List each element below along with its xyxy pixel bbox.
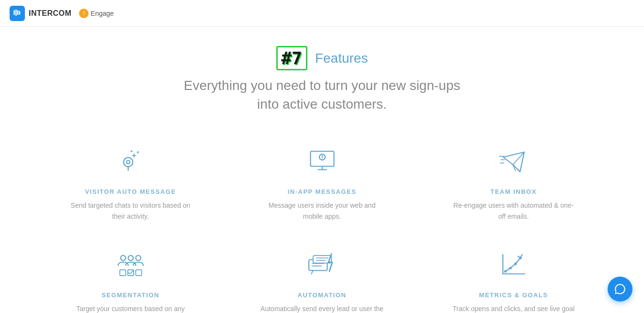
feature-title-inapp: IN-APP MESSAGES [288, 188, 357, 195]
automation-icon [303, 246, 341, 284]
engage-dot-icon: ! [79, 9, 89, 18]
engage-badge: ! Engage [79, 9, 113, 18]
feature-card-automation: AUTOMATION Automatically send every lead… [236, 246, 408, 313]
hero-subtitle-line1: Everything you need to turn your new sig… [184, 78, 460, 93]
svg-point-39 [504, 270, 506, 273]
team-inbox-icon [495, 142, 533, 180]
chat-button[interactable] [608, 277, 633, 302]
feature-desc-visitor: Send targeted chats to visitors based on… [68, 200, 193, 222]
svg-point-16 [322, 158, 323, 159]
svg-point-25 [121, 256, 126, 261]
feature-card-team-inbox: TEAM INBOX Re-engage users with automate… [428, 142, 600, 222]
feature-card-in-app-messages: IN-APP MESSAGES Message users inside you… [236, 142, 408, 222]
feature-desc-automation: Automatically send every lead or user th… [260, 303, 384, 313]
segmentation-icon [112, 246, 150, 284]
hero-badge: #7 [276, 46, 307, 70]
nav-logo[interactable]: INTERCOM ! Engage [10, 6, 114, 21]
feature-title-visitor: VISITOR AUTO MESSAGE [85, 188, 176, 195]
visitor-auto-message-icon [112, 142, 150, 180]
feature-title-team-inbox: TEAM INBOX [490, 188, 537, 195]
in-app-messages-icon [303, 142, 341, 180]
feature-desc-metrics: Track opens and clicks, and see live goa… [452, 303, 576, 313]
svg-rect-3 [19, 11, 21, 15]
svg-rect-2 [17, 10, 19, 15]
svg-point-5 [126, 161, 130, 164]
main-content: #7 Features Everything you need to turn … [35, 27, 610, 313]
svg-rect-30 [136, 270, 141, 276]
hero-section: #7 Features Everything you need to turn … [45, 46, 600, 113]
svg-point-42 [519, 257, 521, 259]
svg-rect-0 [14, 10, 15, 15]
feature-title-automation: AUTOMATION [298, 291, 347, 299]
hero-subtitle-line2: into active customers. [257, 97, 387, 112]
svg-point-27 [136, 256, 141, 261]
intercom-logo-icon [10, 6, 25, 21]
features-grid: VISITOR AUTO MESSAGE Send targeted chats… [45, 142, 600, 313]
svg-point-26 [128, 256, 133, 261]
hero-subtitle: Everything you need to turn your new sig… [184, 76, 460, 113]
feature-card-segmentation: SEGMENTATION Target your customers based… [45, 246, 217, 313]
svg-point-4 [124, 158, 133, 167]
feature-desc-inapp: Message users inside your web and mobile… [260, 200, 384, 222]
feature-title-segmentation: SEGMENTATION [102, 291, 159, 299]
feature-card-visitor-auto-message: VISITOR AUTO MESSAGE Send targeted chats… [45, 142, 217, 222]
svg-rect-28 [120, 270, 125, 276]
svg-point-40 [509, 267, 511, 269]
feature-desc-segmentation: Target your customers based on any behav… [68, 303, 193, 313]
feature-title-metrics: METRICS & GOALS [479, 291, 548, 299]
engage-label: Engage [90, 10, 113, 17]
metrics-goals-icon [495, 246, 533, 284]
feature-desc-team-inbox: Re-engage users with automated & one-off… [452, 200, 576, 222]
svg-point-41 [514, 263, 516, 265]
svg-rect-1 [15, 9, 17, 15]
brand-name: INTERCOM [29, 9, 71, 18]
navbar: INTERCOM ! Engage [0, 0, 644, 27]
hero-title-row: #7 Features [276, 46, 368, 70]
feature-card-metrics-goals: METRICS & GOALS Track opens and clicks, … [428, 246, 600, 313]
features-label: Features [315, 51, 368, 66]
